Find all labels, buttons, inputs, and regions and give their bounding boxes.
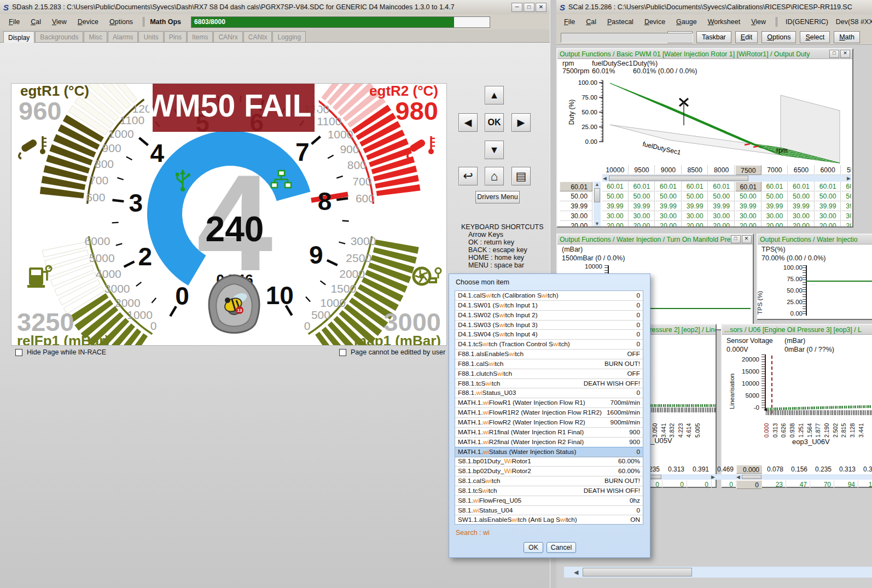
scroll-left-arrow[interactable]: ◀	[603, 176, 607, 181]
pwm-cell[interactable]: 20.00	[629, 221, 655, 226]
pwm-cell[interactable]: 20.00	[682, 221, 708, 226]
pwm-3d-surface[interactable]: 100.0075.0050.0025.000.00Duty (%)fuelDut…	[557, 76, 852, 165]
maximize-icon[interactable]: □	[731, 235, 741, 243]
eop3-table-header[interactable]: 0.391	[858, 465, 872, 474]
cancel-button[interactable]: Cancel	[547, 542, 576, 553]
pwm-cell[interactable]: 30.00	[708, 211, 735, 221]
mon-item[interactable]: D4.1.calSwitch (Calibration Switch)0	[455, 291, 643, 301]
pwm-cell[interactable]: 20.00	[762, 221, 788, 226]
mon-item[interactable]: D4.1.SW01 (Switch Input 1)0	[455, 301, 643, 311]
eop2-table-value[interactable]: 0	[662, 480, 687, 489]
scroll-thumb[interactable]	[583, 568, 692, 577]
scroll-up-arrow[interactable]: ▲	[595, 182, 600, 187]
mon-item[interactable]: D4.1.SW03 (Switch Input 3)0	[455, 321, 643, 330]
scal-menu-device[interactable]: Device	[639, 16, 671, 27]
tab-backgrounds[interactable]: Backgrounds	[35, 31, 83, 42]
pwm-cell[interactable]: 20.00	[815, 221, 841, 226]
scal-menu-cal[interactable]: Cal	[580, 16, 602, 27]
scal-menu-view[interactable]: View	[746, 16, 771, 27]
pwm-cell[interactable]: 50.00	[708, 191, 735, 201]
page-lock-checkbox[interactable]	[339, 349, 346, 356]
pwm-col-header[interactable]: 7000	[762, 165, 788, 175]
tab-cantx[interactable]: CANtx	[243, 31, 272, 42]
nav-right-button[interactable]: ▶	[511, 113, 531, 132]
mon-item[interactable]: MATH.1.wiR2final (Water Injection R2 Fin…	[455, 438, 643, 447]
pwm-cell[interactable]: 30.00	[762, 211, 788, 221]
pwm-cell[interactable]: 50.00	[762, 191, 788, 201]
pwm-col-header[interactable]: 9000	[655, 165, 682, 175]
pwm-cell[interactable]: 50.00	[629, 191, 655, 201]
pwm-cell[interactable]: 60.01	[815, 182, 841, 191]
mon-item[interactable]: MATH.1.wiFlowR1 (Water Injection Flow R1…	[455, 398, 643, 408]
maximize-icon[interactable]: □	[524, 3, 534, 12]
eop3-table-value[interactable]: 0	[736, 480, 762, 489]
pwm-cell[interactable]: 30.00	[629, 211, 655, 221]
pwm-cell[interactable]: 39.99	[655, 201, 682, 211]
mon-item[interactable]: F88.1.alsEnableSwitchOFF	[455, 350, 643, 359]
mon-item[interactable]: F88.1.tcSwitchDEATH WISH OFF!	[455, 379, 643, 389]
pwm-cell[interactable]: 60.01	[788, 182, 815, 191]
pwm-cell[interactable]: 39.99	[762, 201, 788, 211]
eop2-table-hscrollbar[interactable]: ◀	[636, 474, 736, 480]
scal-menu-gauge[interactable]: Gauge	[671, 16, 702, 27]
pwm-cell[interactable]: 50.00	[841, 191, 851, 201]
pwm-cell[interactable]: 30.00	[841, 211, 851, 221]
nav-home-button[interactable]: ⌂	[485, 167, 504, 185]
pwm-vscrollbar[interactable]: ▲▼	[594, 182, 601, 226]
pwm-cell[interactable]: 60.01	[655, 182, 682, 191]
pwm-cell[interactable]: 39.99	[735, 201, 761, 211]
scroll-right-arrow[interactable]: ▶	[711, 474, 715, 480]
pwm-hscrollbar[interactable]: ◀▶	[602, 175, 851, 182]
pwm-cell[interactable]: 30.00	[815, 211, 841, 221]
pwm-cell[interactable]: 39.99	[708, 201, 735, 211]
nav-ok-button[interactable]: OK	[485, 113, 504, 132]
pwm-cell[interactable]: 50.00	[815, 191, 841, 201]
pwm-cell[interactable]: 39.99	[815, 201, 841, 211]
toolbar-math-button[interactable]: Math	[834, 31, 860, 43]
pwm-window-titlebar[interactable]: Output Functions / Basic PWM 01 [Water I…	[557, 49, 852, 59]
sdash-menu-options[interactable]: Options	[104, 16, 138, 27]
tab-alarms[interactable]: Alarms	[108, 31, 138, 42]
sdash-menu-view[interactable]: View	[46, 16, 72, 27]
pwm-cell[interactable]: 60.01	[629, 182, 655, 191]
mon-item[interactable]: MATH.1.wiFlowR2 (Water Injection Flow R2…	[455, 418, 643, 428]
pwm-col-header[interactable]: 7500	[735, 165, 761, 175]
pwm-col-header[interactable]: 10000	[602, 165, 629, 175]
pwm-col-header[interactable]: 5500	[841, 165, 851, 175]
pwm-col-header[interactable]: 9500	[629, 165, 655, 175]
scroll-thumb[interactable]	[742, 475, 761, 479]
eop3-table-header[interactable]: 0.078	[762, 465, 786, 474]
scal-menu-file[interactable]: File	[559, 16, 580, 27]
manifold-window-titlebar[interactable]: Output Functions / Water Injection / Tur…	[557, 235, 753, 244]
pwm-row-header[interactable]: 50.00	[560, 191, 592, 201]
scroll-down-arrow[interactable]: ▼	[595, 221, 600, 226]
pwm-cell[interactable]: 50.00	[602, 191, 629, 201]
ok-button[interactable]: OK	[524, 542, 543, 553]
eop3-table-hscrollbar[interactable]: ◀	[736, 474, 872, 480]
tps-window-titlebar[interactable]: Output Functions / Water Injectio	[758, 235, 872, 244]
pwm-col-header[interactable]: 6000	[815, 165, 841, 175]
eop3-table-value[interactable]: 118	[858, 480, 872, 489]
eop2-table-header[interactable]: 0.391	[687, 465, 712, 474]
toolbar-options-button[interactable]: Options	[761, 31, 796, 43]
pwm-row-header[interactable]: 60.01	[560, 182, 592, 191]
pwm-cell[interactable]: 30.00	[682, 211, 708, 221]
tab-misc[interactable]: Misc	[84, 31, 107, 42]
scroll-thumb[interactable]	[594, 188, 600, 202]
maximize-icon[interactable]: □	[829, 50, 839, 58]
pwm-row-header[interactable]: 20.00	[560, 221, 592, 226]
sdash-titlebar[interactable]: S SDash 2.15.283 : C:\Users\Public\Docum…	[0, 0, 550, 15]
eop3-table-value[interactable]: 23	[762, 480, 786, 489]
scal-hscrollbar[interactable]: ◀	[564, 567, 872, 578]
pwm-cell[interactable]: 50.00	[655, 191, 682, 201]
pwm-cell[interactable]: 60.01	[841, 182, 851, 191]
mon-item[interactable]: S8.1.wiFlowFreq_U050hz	[455, 496, 643, 506]
mon-item[interactable]: F88.1.wiStatus_U030	[455, 388, 643, 398]
scroll-thumb[interactable]	[609, 176, 748, 181]
mon-item[interactable]: SW1.1.alsEnableSwitch (Anti Lag Switch)O…	[455, 515, 643, 525]
nav-up-button[interactable]: ▲	[485, 86, 504, 104]
pwm-cell[interactable]: 60.01	[762, 182, 788, 191]
sdash-menu-cal[interactable]: Cal	[25, 16, 46, 27]
minimize-icon[interactable]: ─	[511, 3, 522, 12]
scal-menu-worksheet[interactable]: Worksheet	[702, 16, 746, 27]
